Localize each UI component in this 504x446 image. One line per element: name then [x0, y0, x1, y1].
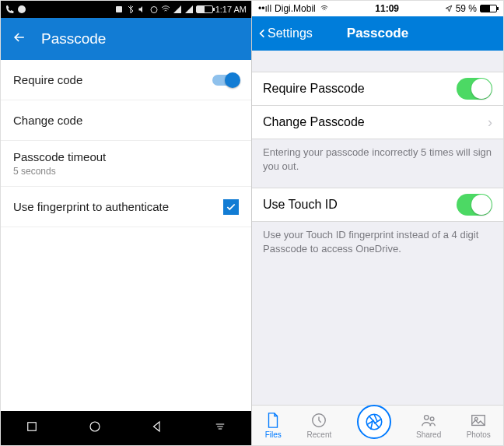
touch-id-row[interactable]: Use Touch ID	[252, 188, 503, 222]
svg-point-4	[90, 422, 100, 431]
carrier-label: Digi.Mobil	[275, 3, 316, 14]
row-label: Require Passcode	[263, 82, 365, 96]
change-code-row[interactable]: Change code	[1, 100, 251, 141]
wifi-icon	[161, 5, 170, 14]
android-settings-list: Require code Change code Passcode timeou…	[1, 60, 251, 411]
tab-label: Photos	[467, 430, 491, 439]
status-time: 11:09	[375, 3, 399, 14]
row-label: Change code	[13, 114, 82, 127]
svg-rect-1	[116, 6, 122, 12]
nav-menu-icon[interactable]	[213, 420, 227, 437]
tab-add[interactable]	[357, 405, 391, 439]
svg-point-7	[425, 416, 429, 420]
row-label: Use fingerprint to authenticate	[13, 200, 169, 213]
signal-icon	[184, 5, 194, 14]
row-sublabel: 5 seconds	[13, 166, 106, 177]
tab-photos[interactable]: Photos	[467, 412, 491, 439]
android-nav-bar	[1, 411, 251, 445]
back-button[interactable]	[12, 30, 27, 49]
require-passcode-row[interactable]: Require Passcode	[252, 72, 503, 106]
fingerprint-checkbox[interactable]	[223, 199, 239, 215]
battery-icon	[196, 5, 213, 13]
row-label: Passcode timeout	[13, 150, 106, 163]
nav-back-icon[interactable]	[150, 420, 164, 437]
spotify-icon	[17, 5, 26, 14]
tab-label: Files	[265, 430, 282, 439]
android-screen: 1:17 AM Passcode Require code Change cod…	[1, 1, 252, 445]
tab-recent[interactable]: Recent	[307, 412, 332, 439]
row-label: Use Touch ID	[263, 198, 338, 212]
require-code-row[interactable]: Require code	[1, 60, 251, 100]
android-status-bar: 1:17 AM	[1, 1, 251, 18]
page-title: Passcode	[347, 26, 408, 41]
tab-shared[interactable]: Shared	[416, 412, 441, 439]
tab-label: Shared	[416, 430, 441, 439]
touch-id-toggle[interactable]	[457, 194, 492, 216]
signal-icon	[173, 5, 182, 14]
svg-point-2	[151, 7, 157, 13]
ios-settings-content: Require Passcode Change Passcode › Enter…	[252, 51, 503, 405]
page-title: Passcode	[41, 30, 106, 47]
back-button[interactable]: Settings	[257, 26, 313, 41]
nav-home-icon[interactable]	[88, 420, 102, 437]
row-label: Change Passcode	[263, 115, 365, 129]
fingerprint-row[interactable]: Use fingerprint to authenticate	[1, 187, 251, 227]
battery-percent: 59 %	[456, 3, 477, 14]
row-label: Require code	[13, 73, 82, 86]
nfc-icon	[114, 5, 124, 14]
back-label: Settings	[268, 26, 313, 40]
tab-files[interactable]: Files	[264, 412, 282, 439]
svg-point-0	[18, 5, 26, 13]
android-header: Passcode	[1, 18, 251, 60]
phone-icon	[5, 5, 15, 14]
signal-icon: ••ıll	[258, 3, 271, 14]
ios-tab-bar: Files Recent Shared Photos	[252, 405, 503, 445]
ios-header: Settings Passcode	[252, 16, 503, 51]
incorrect-note: Entering your passcode incorrectly 5 tim…	[252, 139, 503, 179]
alarm-icon	[149, 5, 159, 14]
require-passcode-toggle[interactable]	[457, 78, 492, 100]
change-passcode-row[interactable]: Change Passcode ›	[252, 105, 503, 139]
svg-rect-3	[28, 423, 37, 431]
svg-point-8	[430, 417, 434, 421]
tab-label: Recent	[307, 430, 332, 439]
battery-icon	[480, 5, 497, 12]
location-icon	[445, 5, 453, 12]
ios-screen: ••ıll Digi.Mobil 11:09 59 % Settings Pas…	[252, 1, 503, 445]
touch-id-note: Use your Touch ID fingerprint instead of…	[252, 222, 503, 262]
nav-recent-icon[interactable]	[25, 420, 39, 437]
ios-status-bar: ••ıll Digi.Mobil 11:09 59 %	[252, 1, 503, 16]
mute-icon	[138, 5, 147, 14]
wifi-icon	[319, 5, 330, 12]
status-time: 1:17 AM	[215, 5, 247, 14]
bluetooth-icon	[126, 5, 135, 14]
passcode-timeout-row[interactable]: Passcode timeout 5 seconds	[1, 141, 251, 187]
require-code-toggle[interactable]	[212, 75, 239, 86]
chevron-right-icon: ›	[488, 114, 492, 131]
